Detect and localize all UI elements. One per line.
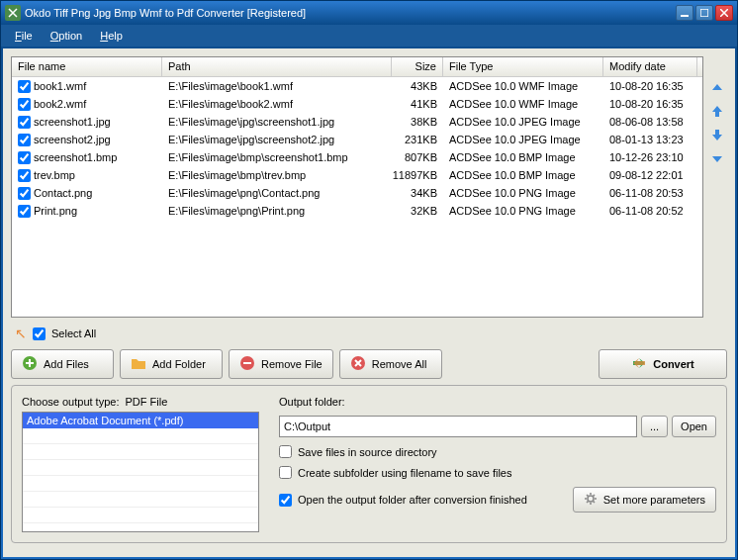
- col-header-size[interactable]: Size: [392, 57, 443, 76]
- file-size: 34KB: [392, 186, 443, 200]
- window-controls: [676, 5, 733, 21]
- output-folder-input[interactable]: [279, 416, 637, 437]
- file-checkbox[interactable]: [18, 134, 31, 146]
- file-row[interactable]: book2.wmfE:\Files\image\book2.wmf41KBACD…: [12, 95, 702, 113]
- convert-icon: [631, 355, 647, 373]
- menu-option[interactable]: Option: [43, 28, 90, 44]
- save-in-source-checkbox[interactable]: [279, 445, 292, 458]
- col-header-date[interactable]: Modify date: [603, 57, 697, 76]
- output-folder-label: Output folder:: [279, 396, 716, 408]
- file-name: book2.wmf: [34, 98, 86, 110]
- output-folder-row: ... Open: [279, 416, 716, 437]
- svg-rect-1: [681, 15, 689, 17]
- open-after-checkbox[interactable]: [279, 494, 292, 507]
- file-row[interactable]: screenshot1.bmpE:\Files\image\bmp\screen…: [12, 148, 702, 166]
- file-row[interactable]: Contact.pngE:\Files\image\png\Contact.pn…: [12, 184, 702, 202]
- save-in-source-row: Save files in source directory: [279, 445, 716, 458]
- file-size: 807KB: [392, 150, 443, 164]
- up-arrow-icon: ↖: [15, 326, 27, 341]
- file-date: 08-06-08 13:58: [603, 115, 697, 129]
- file-row[interactable]: screenshot2.jpgE:\Files\image\jpg\screen…: [12, 131, 702, 148]
- file-checkbox[interactable]: [18, 151, 31, 164]
- output-type-label-row: Choose output type: PDF File: [22, 396, 259, 408]
- file-size: 38KB: [392, 115, 443, 129]
- create-subfolder-checkbox[interactable]: [279, 466, 292, 479]
- col-header-type[interactable]: File Type: [443, 57, 603, 76]
- file-type: ACDSee 10.0 PNG Image: [443, 204, 603, 218]
- menubar: File Option Help: [1, 25, 737, 47]
- output-type-section: Choose output type: PDF File Adobe Acrob…: [22, 396, 259, 532]
- file-name: screenshot2.jpg: [34, 134, 111, 145]
- svg-rect-2: [700, 9, 708, 17]
- col-header-path[interactable]: Path: [162, 57, 392, 76]
- output-type-label: Choose output type:: [22, 396, 119, 408]
- file-row[interactable]: trev.bmpE:\Files\image\bmp\trev.bmp11897…: [12, 166, 702, 184]
- close-button[interactable]: [715, 5, 733, 21]
- remove-all-button[interactable]: Remove All: [339, 349, 442, 379]
- open-folder-button[interactable]: Open: [672, 416, 716, 437]
- menu-help[interactable]: Help: [92, 28, 131, 44]
- file-checkbox[interactable]: [18, 205, 31, 218]
- window-title: Okdo Tiff Png Jpg Bmp Wmf to Pdf Convert…: [25, 7, 676, 19]
- move-down-button[interactable]: [708, 126, 726, 143]
- add-files-button[interactable]: Add Files: [11, 349, 114, 379]
- open-after-label: Open the output folder after conversion …: [298, 494, 527, 506]
- app-icon: [5, 5, 21, 21]
- add-folder-button[interactable]: Add Folder: [120, 349, 223, 379]
- file-type: ACDSee 10.0 PNG Image: [443, 186, 603, 200]
- file-date: 10-12-26 23:10: [603, 150, 697, 164]
- menu-file[interactable]: File: [7, 28, 41, 44]
- open-after-row: Open the output folder after conversion …: [279, 494, 527, 507]
- file-name: screenshot1.bmp: [34, 151, 117, 163]
- remove-all-icon: [350, 355, 366, 373]
- file-checkbox[interactable]: [18, 98, 31, 111]
- file-size: 41KB: [392, 97, 443, 111]
- file-checkbox[interactable]: [18, 187, 31, 200]
- file-path: E:\Files\image\png\Contact.png: [162, 186, 392, 200]
- file-checkbox[interactable]: [18, 169, 31, 182]
- output-type-current: PDF File: [125, 396, 167, 408]
- file-date: 06-11-08 20:53: [603, 186, 697, 200]
- file-list-body: book1.wmfE:\Files\image\book1.wmf43KBACD…: [12, 77, 702, 220]
- file-size: 43KB: [392, 79, 443, 93]
- maximize-button[interactable]: [695, 5, 713, 21]
- file-date: 06-11-08 20:52: [603, 204, 697, 218]
- file-date: 10-08-20 16:35: [603, 79, 697, 93]
- move-top-button[interactable]: [708, 78, 726, 96]
- convert-button[interactable]: Convert: [599, 349, 727, 379]
- file-name: Contact.png: [34, 187, 92, 199]
- file-row[interactable]: Print.pngE:\Files\image\png\Print.png32K…: [12, 202, 702, 220]
- file-path: E:\Files\image\jpg\screenshot2.jpg: [162, 133, 392, 146]
- selectall-row: ↖ Select All: [11, 324, 727, 343]
- file-type: ACDSee 10.0 BMP Image: [443, 168, 603, 182]
- svg-point-6: [588, 496, 594, 502]
- move-up-button[interactable]: [708, 102, 726, 120]
- move-bottom-button[interactable]: [708, 149, 726, 167]
- col-header-name[interactable]: File name: [12, 57, 162, 76]
- output-panel: Choose output type: PDF File Adobe Acrob…: [11, 385, 727, 543]
- minimize-button[interactable]: [676, 5, 693, 21]
- file-date: 10-08-20 16:35: [603, 97, 697, 111]
- file-path: E:\Files\image\book2.wmf: [162, 97, 392, 111]
- reorder-controls: [707, 56, 727, 318]
- file-size: 32KB: [392, 204, 443, 218]
- output-type-list[interactable]: Adobe Acrobat Document (*.pdf): [22, 412, 259, 532]
- file-checkbox[interactable]: [18, 116, 31, 129]
- file-checkbox[interactable]: [18, 80, 31, 93]
- gear-icon: [584, 492, 598, 508]
- file-type: ACDSee 10.0 WMF Image: [443, 97, 603, 111]
- file-path: E:\Files\image\bmp\screenshot1.bmp: [162, 150, 392, 164]
- file-row[interactable]: screenshot1.jpgE:\Files\image\jpg\screen…: [12, 113, 702, 131]
- folder-icon: [131, 355, 146, 373]
- selectall-checkbox[interactable]: [33, 327, 46, 340]
- file-path: E:\Files\image\jpg\screenshot1.jpg: [162, 115, 392, 129]
- filelist-header: File name Path Size File Type Modify dat…: [12, 57, 702, 77]
- file-row[interactable]: book1.wmfE:\Files\image\book1.wmf43KBACD…: [12, 77, 702, 95]
- set-parameters-button[interactable]: Set more parameters: [573, 487, 716, 513]
- filelist-area: File name Path Size File Type Modify dat…: [11, 56, 727, 318]
- remove-file-button[interactable]: Remove File: [229, 349, 333, 379]
- file-list[interactable]: File name Path Size File Type Modify dat…: [11, 56, 703, 318]
- output-type-selected[interactable]: Adobe Acrobat Document (*.pdf): [23, 413, 258, 428]
- file-size: 231KB: [392, 133, 443, 146]
- browse-button[interactable]: ...: [641, 416, 668, 437]
